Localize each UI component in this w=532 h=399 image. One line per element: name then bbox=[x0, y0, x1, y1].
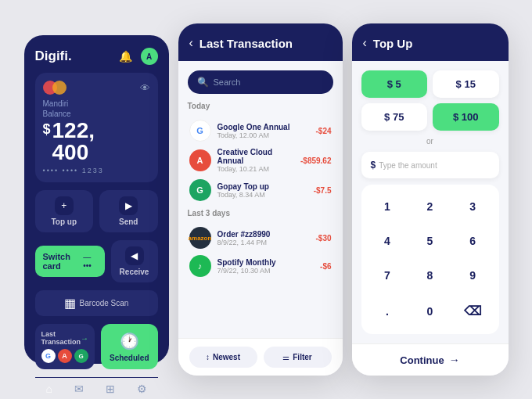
last3days-transactions: amazon Order #zz8990 8/9/22, 1.44 PM -$3… bbox=[188, 227, 333, 277]
spotify-trans-logo: ♪ bbox=[189, 255, 211, 277]
mail-nav-icon[interactable]: ✉ bbox=[74, 383, 84, 395]
screen-transactions: ‹ Last Transaction 🔍 Search Today G Goog… bbox=[178, 23, 343, 376]
trans-date: Today, 10.21 AM bbox=[217, 165, 295, 173]
filter-icon: ⚌ bbox=[282, 353, 289, 361]
switch-card-button[interactable]: Switch card —••• bbox=[35, 246, 105, 277]
key-backspace[interactable]: ⌫ bbox=[453, 294, 493, 328]
transactions-header: ‹ Last Transaction bbox=[178, 23, 343, 61]
bell-icon[interactable]: 🔔 bbox=[117, 48, 135, 65]
plus-icon: + bbox=[55, 196, 74, 215]
header-icons: 🔔 A bbox=[117, 48, 158, 65]
key-1[interactable]: 1 bbox=[368, 191, 408, 222]
trans-amount: -$30 bbox=[315, 234, 331, 243]
topup-title: Top Up bbox=[373, 37, 413, 50]
topup-button[interactable]: + Top up bbox=[35, 190, 94, 232]
today-section-label: Today bbox=[188, 102, 333, 110]
gopay-logo: G bbox=[74, 349, 88, 363]
transactions-body: 🔍 Search Today G Google One Annual Today… bbox=[178, 61, 343, 338]
barcode-scan-button[interactable]: ▦ Barcode Scan bbox=[35, 290, 158, 316]
trans-amount: -$7.5 bbox=[314, 186, 332, 195]
filter-label: Filter bbox=[293, 353, 311, 361]
amount-75-button[interactable]: $ 75 bbox=[361, 103, 428, 131]
send-button[interactable]: ▶ Send bbox=[99, 190, 158, 232]
avatar[interactable]: A bbox=[141, 48, 158, 65]
list-item[interactable]: ♪ Spotify Monthly 7/9/22, 10.30 AM -$6 bbox=[188, 255, 333, 277]
sort-icon: ↕ bbox=[206, 353, 210, 361]
filter-button[interactable]: ⚌ Filter bbox=[264, 347, 332, 368]
home-nav-icon[interactable]: ⌂ bbox=[45, 383, 52, 395]
barcode-label: Barcode Scan bbox=[80, 299, 129, 307]
send-icon: ▶ bbox=[119, 196, 138, 215]
search-icon: 🔍 bbox=[197, 77, 209, 88]
grid-nav-icon[interactable]: ⊞ bbox=[106, 383, 115, 395]
adobe-logo: A bbox=[58, 349, 72, 363]
trans-name: Order #zz8990 bbox=[217, 230, 310, 239]
receive-label: Receive bbox=[120, 268, 149, 276]
transactions-footer: ↕ Newest ⚌ Filter bbox=[178, 338, 343, 376]
eye-icon[interactable]: 👁 bbox=[140, 82, 150, 94]
action-buttons: + Top up ▶ Send bbox=[35, 190, 158, 232]
back-button[interactable]: ‹ bbox=[363, 36, 367, 50]
key-6[interactable]: 6 bbox=[453, 225, 493, 257]
list-item[interactable]: G Google One Annual Today, 12.00 AM -$24 bbox=[188, 120, 333, 142]
dollar-sign: $ bbox=[371, 160, 376, 171]
topup-header: ‹ Top Up bbox=[352, 23, 509, 61]
continue-label: Continue bbox=[400, 354, 444, 366]
numpad: 1 2 3 4 5 6 7 8 9 . 0 ⌫ bbox=[361, 185, 499, 334]
key-2[interactable]: 2 bbox=[410, 191, 450, 222]
amount-5-button[interactable]: $ 5 bbox=[361, 70, 428, 98]
amazon-trans-logo: amazon bbox=[189, 227, 211, 249]
send-label: Send bbox=[119, 217, 138, 226]
newest-button[interactable]: ↕ Newest bbox=[189, 347, 257, 368]
key-5[interactable]: 5 bbox=[410, 225, 450, 257]
trans-date: Today, 8.34 AM bbox=[217, 191, 307, 199]
google-logo: G bbox=[41, 349, 56, 363]
settings-nav-icon[interactable]: ⚙ bbox=[137, 383, 147, 395]
key-4[interactable]: 4 bbox=[368, 225, 408, 257]
key-0[interactable]: 0 bbox=[410, 294, 450, 328]
card-bank-name: Mandiri bbox=[43, 99, 150, 108]
trans-date: 7/9/22, 10.30 AM bbox=[217, 267, 315, 275]
amount-15-button[interactable]: $ 15 bbox=[433, 70, 499, 98]
key-8[interactable]: 8 bbox=[410, 260, 450, 291]
list-item[interactable]: amazon Order #zz8990 8/9/22, 1.44 PM -$3… bbox=[188, 227, 333, 249]
trans-amount: -$6 bbox=[320, 262, 331, 271]
key-7[interactable]: 7 bbox=[368, 260, 408, 291]
list-item[interactable]: G Gopay Top up Today, 8.34 AM -$7.5 bbox=[188, 179, 333, 201]
key-9[interactable]: 9 bbox=[453, 260, 493, 291]
search-bar[interactable]: 🔍 Search bbox=[188, 70, 333, 94]
back-button[interactable]: ‹ bbox=[189, 36, 193, 50]
last-transaction-card[interactable]: Last Transaction → G A G bbox=[35, 324, 95, 369]
trans-amount: -$24 bbox=[315, 127, 331, 135]
amount-options: $ 5 $ 15 $ 75 $ 100 bbox=[361, 70, 499, 131]
amount-100-button[interactable]: $ 100 bbox=[433, 103, 499, 131]
newest-label: Newest bbox=[213, 353, 240, 361]
trans-amount: -$859.62 bbox=[300, 156, 331, 165]
trans-name: Google One Annual bbox=[217, 123, 310, 131]
balance-label: Balance bbox=[43, 110, 150, 118]
dollar-sign: $ bbox=[43, 121, 51, 138]
screen-dashboard: Digifi. 🔔 A 👁 Mandiri Balance $ 122, bbox=[24, 35, 169, 364]
bottom-nav: ⌂ ✉ ⊞ ⚙ bbox=[35, 377, 158, 395]
scheduled-card[interactable]: 🕐 Scheduled bbox=[101, 324, 157, 369]
receive-button[interactable]: ◀ Receive bbox=[111, 240, 158, 282]
transactions-title: Last Transaction bbox=[200, 37, 293, 50]
continue-button[interactable]: Continue → bbox=[352, 343, 509, 376]
card-widget: 👁 Mandiri Balance $ 122, 400 •••• •••• 1… bbox=[35, 73, 158, 182]
barcode-icon: ▦ bbox=[64, 296, 76, 311]
key-3[interactable]: 3 bbox=[453, 191, 493, 222]
app-logo: Digifi. bbox=[35, 49, 72, 64]
gopay-trans-logo: G bbox=[189, 179, 211, 201]
mastercard-logo bbox=[43, 81, 66, 95]
arrow-icon: → bbox=[81, 334, 88, 343]
list-item[interactable]: A Creative Cloud Annual Today, 10.21 AM … bbox=[188, 148, 333, 173]
trans-date: Today, 12.00 AM bbox=[217, 131, 310, 139]
arrow-icon: → bbox=[449, 354, 460, 366]
trans-name: Creative Cloud Annual bbox=[217, 148, 295, 165]
custom-amount-input[interactable]: $ Type the amount bbox=[361, 152, 499, 178]
receive-icon: ◀ bbox=[125, 246, 144, 265]
or-label: or bbox=[361, 137, 499, 146]
dashboard-header: Digifi. 🔔 A bbox=[35, 48, 158, 65]
key-dot[interactable]: . bbox=[368, 294, 408, 328]
transaction-logos: G A G bbox=[41, 349, 89, 363]
